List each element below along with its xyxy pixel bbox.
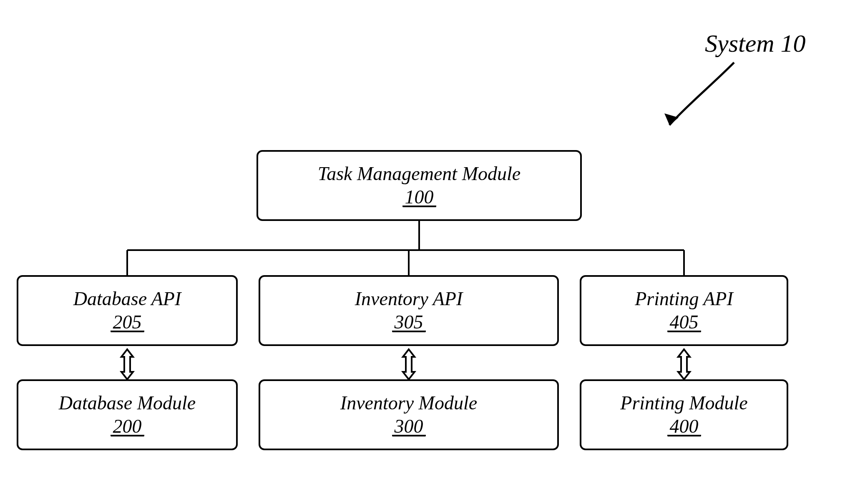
tree-connector [127, 221, 684, 275]
box-inventory-api: Inventory API 305 [259, 275, 559, 346]
box-number: 205 [113, 312, 142, 332]
box-inventory-module: Inventory Module 300 [259, 379, 559, 450]
box-number: 100 [405, 187, 434, 207]
box-title: Database Module [59, 393, 196, 413]
box-number: 305 [395, 312, 423, 332]
box-database-api: Database API 205 [17, 275, 238, 346]
box-number: 405 [670, 312, 699, 332]
box-title: Printing Module [620, 393, 747, 413]
box-printing-api: Printing API 405 [580, 275, 788, 346]
box-title: Printing API [635, 289, 733, 309]
double-arrow-icon [121, 349, 690, 379]
box-title: Inventory Module [340, 393, 477, 413]
system-label: System 10 [705, 29, 806, 58]
box-title: Task Management Module [318, 164, 521, 184]
diagram-canvas: System 10 Task Management Module 100 Dat… [0, 0, 850, 504]
box-printing-module: Printing Module 400 [580, 379, 788, 450]
box-number: 200 [113, 416, 142, 436]
box-task-management: Task Management Module 100 [257, 150, 582, 221]
box-title: Inventory API [355, 289, 463, 309]
box-number: 300 [395, 416, 423, 436]
pointer-arrow-icon [664, 63, 734, 125]
box-number: 400 [670, 416, 699, 436]
box-title: Database API [73, 289, 181, 309]
box-database-module: Database Module 200 [17, 379, 238, 450]
